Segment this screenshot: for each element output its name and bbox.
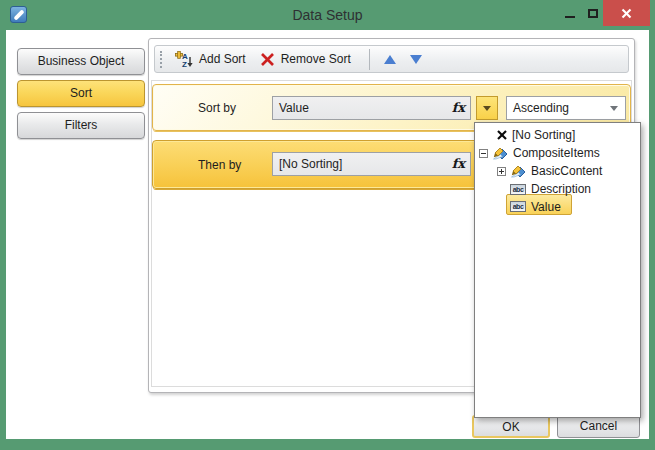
- add-sort-icon: A Z: [175, 51, 193, 68]
- chevron-down-icon: [610, 106, 618, 111]
- minimize-icon: [565, 16, 575, 18]
- svg-text:Z: Z: [182, 60, 187, 68]
- remove-sort-label: Remove Sort: [281, 52, 351, 66]
- toolbar-separator: [369, 49, 370, 70]
- data-setup-dialog: Data Setup Business Object Sort Filters …: [0, 0, 655, 450]
- composite-property-icon: [492, 146, 508, 161]
- maximize-button[interactable]: [583, 0, 603, 26]
- close-icon: [621, 8, 632, 19]
- sort-direction-value: Ascending: [507, 101, 569, 115]
- sort-by-dropdown-button[interactable]: [476, 96, 498, 120]
- sort-toolbar: A Z Add Sort Remove Sort: [154, 45, 629, 73]
- sidebar-item-filters[interactable]: Filters: [17, 112, 145, 139]
- arrow-up-icon: [384, 55, 396, 64]
- cancel-button[interactable]: Cancel: [557, 415, 640, 438]
- tree-item-label: Value: [531, 200, 561, 214]
- window-title: Data Setup: [0, 7, 655, 23]
- composite-property-icon: [510, 164, 526, 179]
- fx-icon: fx: [452, 100, 465, 115]
- collapse-expander-icon[interactable]: [479, 149, 488, 158]
- close-button[interactable]: [603, 0, 650, 26]
- expand-expander-icon[interactable]: [497, 167, 506, 176]
- remove-sort-icon: [260, 52, 275, 67]
- fx-icon: fx: [452, 156, 465, 171]
- maximize-icon: [588, 9, 598, 18]
- tree-item-value-selected[interactable]: abc Value: [475, 197, 640, 216]
- tree-item-basiccontent[interactable]: BasicContent: [475, 162, 640, 180]
- tree-item-compositeitems[interactable]: CompositeItems: [475, 144, 640, 162]
- move-up-button[interactable]: [377, 49, 403, 69]
- add-sort-button[interactable]: A Z Add Sort: [170, 48, 255, 71]
- tree-item-no-sorting[interactable]: [No Sorting]: [475, 126, 640, 144]
- arrow-down-icon: [410, 55, 422, 64]
- tree-item-label: [No Sorting]: [512, 128, 575, 142]
- sort-by-field-value: Value: [273, 101, 309, 115]
- chevron-down-icon: [483, 106, 491, 111]
- tree-item-label: Description: [531, 182, 591, 196]
- clear-x-icon: [497, 130, 507, 140]
- sort-direction-combo[interactable]: Ascending: [506, 96, 626, 120]
- add-sort-label: Add Sort: [199, 52, 246, 66]
- tree-item-label: BasicContent: [531, 164, 602, 178]
- abc-field-icon: abc: [510, 201, 526, 212]
- then-by-field[interactable]: [No Sorting] fx: [272, 152, 471, 176]
- remove-sort-button[interactable]: Remove Sort: [255, 49, 360, 70]
- sidebar-item-sort[interactable]: Sort: [17, 80, 145, 107]
- then-by-field-value: [No Sorting]: [273, 157, 342, 171]
- tree-item-label: CompositeItems: [513, 146, 600, 160]
- sidebar-item-business-object[interactable]: Business Object: [17, 48, 145, 75]
- field-dropdown-popup: [No Sorting] CompositeItems: [474, 122, 641, 418]
- sort-by-label: Sort by: [198, 85, 236, 130]
- sort-by-field[interactable]: Value fx: [272, 96, 471, 120]
- toolbar-grip[interactable]: [160, 51, 163, 68]
- abc-field-icon: abc: [510, 184, 526, 195]
- tree-item-description[interactable]: abc Description: [475, 180, 640, 198]
- then-by-label: Then by: [198, 141, 241, 188]
- move-down-button[interactable]: [403, 49, 429, 69]
- ok-button[interactable]: OK: [472, 415, 550, 438]
- titlebar[interactable]: Data Setup: [0, 0, 655, 30]
- minimize-button[interactable]: [559, 0, 581, 26]
